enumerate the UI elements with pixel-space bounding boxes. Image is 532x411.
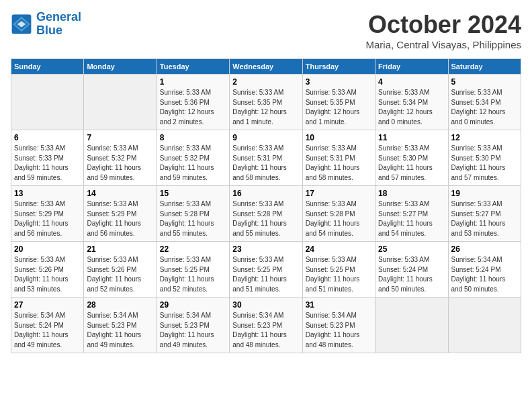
day-number: 7: [87, 133, 153, 142]
weekday-header-wednesday: Wednesday: [230, 59, 302, 75]
logo-blue: Blue: [36, 24, 62, 37]
day-detail: Sunrise: 5:33 AMSunset: 5:29 PMDaylight:…: [87, 199, 153, 238]
day-detail: Sunrise: 5:33 AMSunset: 5:28 PMDaylight:…: [306, 199, 372, 238]
day-number: 29: [160, 300, 226, 310]
day-number: 25: [378, 244, 445, 254]
weekday-header-row: SundayMondayTuesdayWednesdayThursdayFrid…: [11, 59, 521, 75]
day-detail: Sunrise: 5:34 AMSunset: 5:24 PMDaylight:…: [451, 255, 518, 294]
day-number: 16: [232, 189, 299, 198]
calendar-cell: 15Sunrise: 5:33 AMSunset: 5:28 PMDayligh…: [157, 186, 229, 242]
weekday-header-monday: Monday: [84, 59, 157, 75]
day-number: 24: [306, 244, 372, 254]
calendar-cell: 27Sunrise: 5:34 AMSunset: 5:24 PMDayligh…: [11, 298, 84, 353]
day-number: 22: [160, 244, 226, 254]
calendar-week-5: 27Sunrise: 5:34 AMSunset: 5:24 PMDayligh…: [11, 298, 521, 353]
logo-text: General Blue: [36, 11, 81, 38]
calendar-cell: 5Sunrise: 5:33 AMSunset: 5:34 PMDaylight…: [448, 75, 521, 130]
day-detail: Sunrise: 5:33 AMSunset: 5:25 PMDaylight:…: [306, 255, 372, 294]
location-subtitle: Maria, Central Visayas, Philippines: [366, 39, 522, 50]
calendar-cell: 29Sunrise: 5:34 AMSunset: 5:23 PMDayligh…: [157, 298, 229, 353]
day-number: 28: [87, 300, 153, 310]
calendar-cell: [84, 75, 157, 130]
day-number: 26: [451, 244, 518, 254]
calendar-cell: 23Sunrise: 5:33 AMSunset: 5:25 PMDayligh…: [230, 242, 302, 298]
logo-general: General: [36, 10, 81, 24]
calendar-cell: 12Sunrise: 5:33 AMSunset: 5:30 PMDayligh…: [448, 130, 521, 186]
day-number: 4: [378, 77, 445, 87]
day-number: 2: [232, 77, 299, 87]
calendar-cell: 9Sunrise: 5:33 AMSunset: 5:31 PMDaylight…: [230, 130, 302, 186]
day-number: 5: [451, 77, 518, 87]
day-detail: Sunrise: 5:33 AMSunset: 5:26 PMDaylight:…: [87, 255, 153, 294]
day-number: 18: [378, 189, 445, 198]
calendar-cell: 7Sunrise: 5:33 AMSunset: 5:32 PMDaylight…: [84, 130, 157, 186]
calendar-cell: 4Sunrise: 5:33 AMSunset: 5:34 PMDaylight…: [375, 75, 448, 130]
day-detail: Sunrise: 5:33 AMSunset: 5:29 PMDaylight:…: [14, 199, 81, 238]
day-number: 31: [306, 300, 372, 310]
calendar-table: SundayMondayTuesdayWednesdayThursdayFrid…: [11, 58, 521, 353]
day-number: 8: [160, 133, 226, 142]
calendar-cell: 26Sunrise: 5:34 AMSunset: 5:24 PMDayligh…: [448, 242, 521, 298]
logo-icon: [11, 13, 32, 35]
day-number: 1: [160, 77, 226, 87]
day-number: 21: [87, 244, 153, 254]
day-number: 27: [14, 300, 81, 310]
day-detail: Sunrise: 5:33 AMSunset: 5:31 PMDaylight:…: [306, 144, 372, 183]
calendar-cell: 1Sunrise: 5:33 AMSunset: 5:36 PMDaylight…: [157, 75, 229, 130]
calendar-cell: 30Sunrise: 5:34 AMSunset: 5:23 PMDayligh…: [230, 298, 302, 353]
weekday-header-tuesday: Tuesday: [157, 59, 229, 75]
day-number: 23: [232, 244, 299, 254]
day-detail: Sunrise: 5:34 AMSunset: 5:24 PMDaylight:…: [14, 311, 81, 350]
calendar-cell: 3Sunrise: 5:33 AMSunset: 5:35 PMDaylight…: [302, 75, 375, 130]
day-number: 20: [14, 244, 81, 254]
day-number: 14: [87, 189, 153, 198]
day-number: 3: [306, 77, 372, 87]
day-detail: Sunrise: 5:33 AMSunset: 5:34 PMDaylight:…: [451, 88, 518, 127]
day-detail: Sunrise: 5:33 AMSunset: 5:30 PMDaylight:…: [378, 144, 445, 183]
calendar-cell: 16Sunrise: 5:33 AMSunset: 5:28 PMDayligh…: [230, 186, 302, 242]
day-detail: Sunrise: 5:33 AMSunset: 5:25 PMDaylight:…: [160, 255, 226, 294]
day-detail: Sunrise: 5:33 AMSunset: 5:25 PMDaylight:…: [232, 255, 299, 294]
day-number: 15: [160, 189, 226, 198]
day-number: 13: [14, 189, 81, 198]
day-number: 10: [306, 133, 372, 142]
calendar-cell: 19Sunrise: 5:33 AMSunset: 5:27 PMDayligh…: [448, 186, 521, 242]
calendar-cell: 8Sunrise: 5:33 AMSunset: 5:32 PMDaylight…: [157, 130, 229, 186]
day-detail: Sunrise: 5:33 AMSunset: 5:30 PMDaylight:…: [451, 144, 518, 183]
day-detail: Sunrise: 5:33 AMSunset: 5:24 PMDaylight:…: [378, 255, 445, 294]
calendar-cell: [11, 75, 84, 130]
calendar-cell: [375, 298, 448, 353]
day-number: 11: [378, 133, 445, 142]
day-detail: Sunrise: 5:33 AMSunset: 5:36 PMDaylight:…: [160, 88, 226, 127]
day-detail: Sunrise: 5:33 AMSunset: 5:35 PMDaylight:…: [232, 88, 299, 127]
calendar-cell: 20Sunrise: 5:33 AMSunset: 5:26 PMDayligh…: [11, 242, 84, 298]
calendar-week-3: 13Sunrise: 5:33 AMSunset: 5:29 PMDayligh…: [11, 186, 521, 242]
title-block: October 2024 Maria, Central Visayas, Phi…: [366, 11, 522, 50]
calendar-week-4: 20Sunrise: 5:33 AMSunset: 5:26 PMDayligh…: [11, 242, 521, 298]
calendar-week-1: 1Sunrise: 5:33 AMSunset: 5:36 PMDaylight…: [11, 75, 521, 130]
calendar-cell: [448, 298, 521, 353]
day-number: 19: [451, 189, 518, 198]
calendar-cell: 18Sunrise: 5:33 AMSunset: 5:27 PMDayligh…: [375, 186, 448, 242]
calendar-cell: 14Sunrise: 5:33 AMSunset: 5:29 PMDayligh…: [84, 186, 157, 242]
day-detail: Sunrise: 5:33 AMSunset: 5:34 PMDaylight:…: [378, 88, 445, 127]
calendar-cell: 22Sunrise: 5:33 AMSunset: 5:25 PMDayligh…: [157, 242, 229, 298]
calendar-cell: 6Sunrise: 5:33 AMSunset: 5:33 PMDaylight…: [11, 130, 84, 186]
day-detail: Sunrise: 5:33 AMSunset: 5:32 PMDaylight:…: [87, 144, 153, 183]
weekday-header-sunday: Sunday: [11, 59, 84, 75]
weekday-header-thursday: Thursday: [302, 59, 375, 75]
calendar-cell: 24Sunrise: 5:33 AMSunset: 5:25 PMDayligh…: [302, 242, 375, 298]
calendar-cell: 21Sunrise: 5:33 AMSunset: 5:26 PMDayligh…: [84, 242, 157, 298]
calendar-cell: 10Sunrise: 5:33 AMSunset: 5:31 PMDayligh…: [302, 130, 375, 186]
weekday-header-saturday: Saturday: [448, 59, 521, 75]
calendar-cell: 11Sunrise: 5:33 AMSunset: 5:30 PMDayligh…: [375, 130, 448, 186]
day-number: 9: [232, 133, 299, 142]
calendar-cell: 31Sunrise: 5:34 AMSunset: 5:23 PMDayligh…: [302, 298, 375, 353]
day-detail: Sunrise: 5:33 AMSunset: 5:27 PMDaylight:…: [451, 199, 518, 238]
logo: General Blue: [11, 11, 81, 38]
calendar-cell: 25Sunrise: 5:33 AMSunset: 5:24 PMDayligh…: [375, 242, 448, 298]
weekday-header-friday: Friday: [375, 59, 448, 75]
day-detail: Sunrise: 5:34 AMSunset: 5:23 PMDaylight:…: [232, 311, 299, 350]
calendar-cell: 28Sunrise: 5:34 AMSunset: 5:23 PMDayligh…: [84, 298, 157, 353]
day-detail: Sunrise: 5:33 AMSunset: 5:31 PMDaylight:…: [232, 144, 299, 183]
